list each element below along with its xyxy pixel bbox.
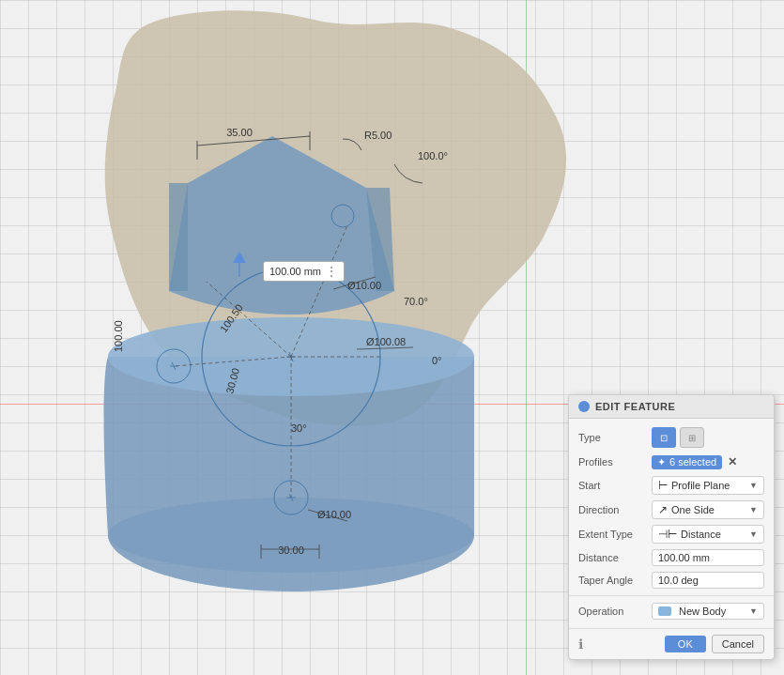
profiles-label: Profiles (578, 456, 652, 468)
profiles-value: 6 selected (669, 456, 716, 468)
direction-control: ↗ One Side ▼ (652, 500, 764, 519)
dimension-input-box[interactable]: 100.00 mm ⋮ (263, 261, 345, 282)
extent-type-value: Distance (681, 529, 721, 540)
panel-header-icon (578, 401, 590, 412)
svg-text:Ø100.08: Ø100.08 (366, 336, 406, 347)
extent-type-dropdown[interactable]: ⊣⊢ Distance ▼ (652, 525, 764, 544)
svg-text:35.00: 35.00 (226, 127, 253, 138)
direction-value: One Side (671, 504, 715, 515)
direction-dropdown-arrow: ▼ (749, 505, 758, 514)
direction-row: Direction ↗ One Side ▼ (569, 498, 774, 522)
ok-button[interactable]: OK (665, 636, 706, 652)
extent-type-dropdown-arrow: ▼ (749, 529, 758, 539)
start-control: ⊢ Profile Plane ▼ (652, 476, 764, 495)
direction-icon: ↗ (658, 503, 668, 516)
svg-text:100.0°: 100.0° (418, 150, 448, 161)
profiles-row: Profiles ✦ 6 selected ✕ (569, 451, 774, 473)
direction-dropdown[interactable]: ↗ One Side ▼ (652, 500, 764, 519)
extent-type-control: ⊣⊢ Distance ▼ (652, 525, 764, 544)
operation-value: New Body (679, 606, 726, 617)
profiles-clear-button[interactable]: ✕ (728, 455, 737, 468)
panel-footer: ℹ OK Cancel (569, 628, 774, 659)
start-row: Start ⊢ Profile Plane ▼ (569, 473, 774, 498)
dimension-value: 100.00 mm (269, 266, 321, 277)
dimension-menu-icon[interactable]: ⋮ (325, 264, 338, 279)
start-dropdown[interactable]: ⊢ Profile Plane ▼ (652, 476, 764, 495)
svg-text:30.00: 30.00 (278, 545, 304, 556)
operation-control: New Body ▼ (652, 603, 764, 620)
cad-viewport: 35.00 R5.00 100.0° 100.00 100.50 30.00 Ø… (0, 0, 784, 675)
svg-text:Ø10.00: Ø10.00 (347, 280, 381, 291)
start-label: Start (578, 480, 652, 491)
info-icon[interactable]: ℹ (578, 637, 583, 652)
extent-type-icon: ⊣⊢ (658, 528, 677, 541)
operation-dropdown[interactable]: New Body ▼ (652, 603, 764, 620)
panel-title: EDIT FEATURE (595, 401, 675, 412)
operation-dropdown-arrow: ▼ (749, 606, 758, 616)
profiles-icon: ✦ (657, 456, 666, 468)
type-icon-active[interactable]: ⊡ (652, 427, 676, 448)
distance-control: 100.00 mm (652, 549, 764, 566)
taper-angle-label: Taper Angle (578, 575, 652, 586)
taper-angle-row: Taper Angle 10.0 deg (569, 569, 774, 591)
distance-label: Distance (578, 552, 652, 563)
panel-divider (569, 595, 774, 596)
svg-text:30°: 30° (291, 422, 307, 434)
type-icon-inactive[interactable]: ⊞ (680, 427, 704, 448)
start-dropdown-arrow: ▼ (749, 481, 758, 490)
operation-label: Operation (578, 606, 652, 617)
taper-angle-control: 10.0 deg (652, 572, 764, 589)
svg-text:0°: 0° (432, 355, 442, 366)
svg-text:70.0°: 70.0° (404, 296, 428, 307)
start-icon: ⊢ (658, 479, 668, 492)
start-value: Profile Plane (671, 480, 730, 491)
svg-text:100.00: 100.00 (113, 320, 124, 352)
extent-type-label: Extent Type (578, 529, 652, 540)
panel-body: Type ⊡ ⊞ Profiles ✦ 6 selected ✕ (569, 419, 774, 628)
taper-angle-value[interactable]: 10.0 deg (652, 572, 764, 589)
profiles-control: ✦ 6 selected ✕ (652, 455, 764, 469)
type-label: Type (578, 432, 652, 443)
extent-type-row: Extent Type ⊣⊢ Distance ▼ (569, 522, 774, 546)
svg-text:Ø10.00: Ø10.00 (317, 509, 351, 520)
distance-value[interactable]: 100.00 mm (652, 549, 764, 566)
profiles-badge[interactable]: ✦ 6 selected (652, 455, 722, 469)
type-control: ⊡ ⊞ (652, 427, 764, 448)
panel-header: EDIT FEATURE (569, 395, 774, 419)
direction-label: Direction (578, 504, 652, 515)
edit-feature-panel: EDIT FEATURE Type ⊡ ⊞ Profiles ✦ 6 selec… (568, 394, 775, 660)
svg-text:R5.00: R5.00 (364, 130, 392, 141)
cancel-button[interactable]: Cancel (712, 635, 764, 653)
operation-icon (658, 606, 671, 616)
type-row: Type ⊡ ⊞ (569, 424, 774, 451)
distance-row: Distance 100.00 mm (569, 546, 774, 569)
operation-row: Operation New Body ▼ (569, 600, 774, 622)
